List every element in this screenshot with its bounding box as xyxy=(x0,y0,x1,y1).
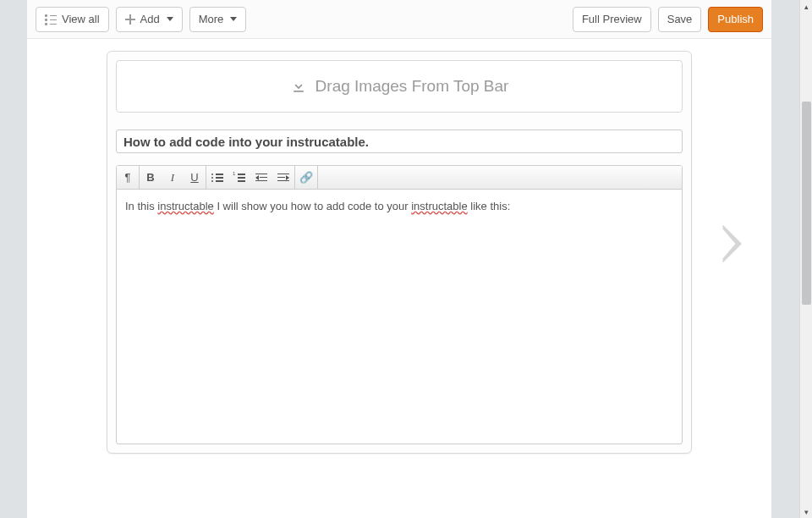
bullet-list-button[interactable] xyxy=(206,166,228,189)
more-button[interactable]: More xyxy=(189,7,247,32)
bullet-list-icon xyxy=(211,174,223,182)
outdent-button[interactable] xyxy=(250,166,272,189)
spellcheck-error: instructable xyxy=(157,200,213,212)
indent-button[interactable] xyxy=(272,166,294,189)
download-arrow-icon xyxy=(290,78,307,95)
save-label: Save xyxy=(667,13,693,25)
dropzone-label: Drag Images From Top Bar xyxy=(315,77,509,96)
underline-button[interactable]: U xyxy=(184,166,206,189)
body-text-2: I will show you how to add code to your xyxy=(214,200,411,212)
body-text-3: like this: xyxy=(468,200,511,212)
underline-icon: U xyxy=(190,171,198,184)
view-all-label: View all xyxy=(62,13,100,25)
add-label: Add xyxy=(140,13,160,25)
view-all-button[interactable]: View all xyxy=(36,7,109,32)
chevron-right-icon xyxy=(719,223,748,265)
editor-window: View all Add More Full Preview Save xyxy=(0,0,799,518)
spellcheck-error: instructable xyxy=(411,200,467,212)
bold-icon: B xyxy=(146,171,154,184)
plus-icon xyxy=(125,14,135,25)
add-button[interactable]: Add xyxy=(116,7,183,32)
arrow-up-icon: ▴ xyxy=(804,3,809,11)
number-list-icon xyxy=(233,174,245,182)
rte-toolbar: ¶ B I U 🔗 xyxy=(117,166,682,190)
paragraph-style-button[interactable]: ¶ xyxy=(117,166,139,189)
outdent-icon xyxy=(255,174,267,182)
number-list-button[interactable] xyxy=(228,166,250,189)
window-vertical-scrollbar[interactable]: ▴ ▾ xyxy=(799,0,812,518)
link-icon: 🔗 xyxy=(299,171,313,184)
full-preview-button[interactable]: Full Preview xyxy=(573,7,651,32)
main-canvas: View all Add More Full Preview Save xyxy=(27,0,771,518)
scrollbar-thumb[interactable] xyxy=(802,102,811,305)
rich-text-editor: ¶ B I U 🔗 xyxy=(116,165,683,444)
caret-down-icon xyxy=(230,17,237,21)
arrow-down-icon: ▾ xyxy=(804,508,809,516)
caret-down-icon xyxy=(167,17,173,21)
next-step-button[interactable] xyxy=(716,218,750,269)
scroll-down-button[interactable]: ▾ xyxy=(800,505,812,518)
top-toolbar: View all Add More Full Preview Save xyxy=(27,0,771,39)
list-icon xyxy=(45,14,57,25)
scroll-up-button[interactable]: ▴ xyxy=(800,0,812,13)
full-preview-label: Full Preview xyxy=(582,13,642,25)
bold-button[interactable]: B xyxy=(140,166,162,189)
indent-icon xyxy=(277,174,289,182)
italic-icon: I xyxy=(171,171,174,185)
body-text-1: In this xyxy=(125,200,157,212)
rte-body[interactable]: In this instructable I will show you how… xyxy=(117,190,682,444)
save-button[interactable]: Save xyxy=(658,7,702,32)
step-editor-card: Drag Images From Top Bar ¶ B I U xyxy=(107,51,692,454)
step-title-input[interactable] xyxy=(116,130,683,153)
link-button[interactable]: 🔗 xyxy=(295,166,317,189)
pilcrow-icon: ¶ xyxy=(125,171,131,184)
italic-button[interactable]: I xyxy=(162,166,184,189)
publish-label: Publish xyxy=(717,13,754,25)
toolbar-right: Full Preview Save Publish xyxy=(573,7,763,32)
image-dropzone[interactable]: Drag Images From Top Bar xyxy=(116,60,683,113)
publish-button[interactable]: Publish xyxy=(708,7,763,32)
more-label: More xyxy=(199,13,224,25)
toolbar-left: View all Add More xyxy=(36,7,246,32)
